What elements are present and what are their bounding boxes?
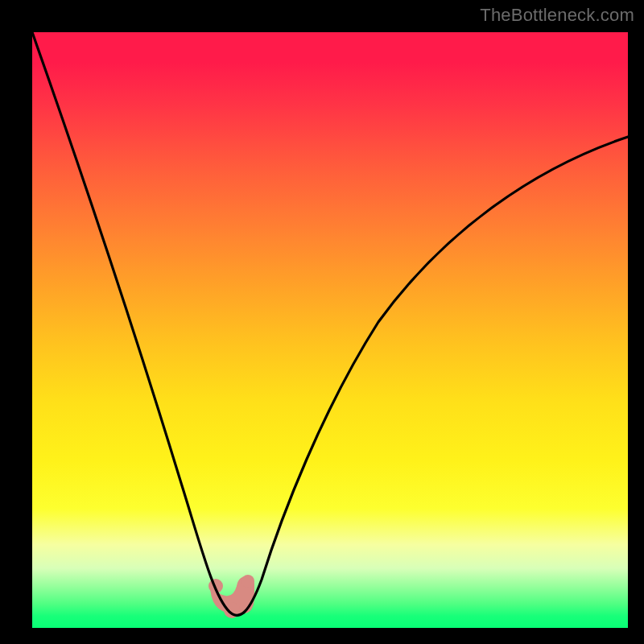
bottleneck-curve: [32, 32, 628, 628]
plot-area: [32, 32, 628, 628]
watermark-text: TheBottleneck.com: [480, 5, 634, 26]
chart-frame: TheBottleneck.com: [0, 0, 644, 644]
